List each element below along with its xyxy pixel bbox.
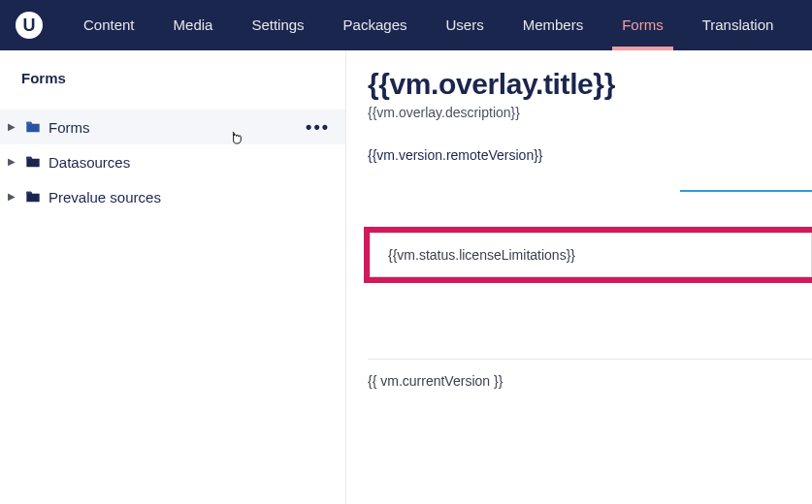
tree: ▶ Forms ••• ▶ Datasources xyxy=(0,110,345,214)
chevron-right-icon[interactable]: ▶ xyxy=(8,122,17,132)
context-menu-icon[interactable]: ••• xyxy=(304,117,332,138)
nav-item-members[interactable]: Members xyxy=(505,0,601,50)
tree-item-label: Prevalue sources xyxy=(49,189,332,205)
section-title: Forms xyxy=(0,50,345,110)
app-logo[interactable]: U xyxy=(16,12,43,39)
license-alert: {{vm.status.licenseLimitations}} xyxy=(364,227,812,283)
nav-item-media[interactable]: Media xyxy=(156,0,231,50)
tree-item-label: Datasources xyxy=(49,154,332,171)
divider xyxy=(368,359,812,360)
nav-item-users[interactable]: Users xyxy=(428,0,501,50)
umbraco-logo-icon: U xyxy=(23,16,36,34)
license-alert-text: {{vm.status.licenseLimitations}} xyxy=(370,233,812,277)
page-title: {{vm.overlay.title}} xyxy=(368,68,812,101)
content-shell: Forms ▶ Forms ••• ▶ xyxy=(0,50,812,504)
sidebar: Forms ▶ Forms ••• ▶ xyxy=(0,50,346,504)
chevron-right-icon[interactable]: ▶ xyxy=(8,192,17,202)
main-panel: {{vm.overlay.title}} {{vm.overlay.descri… xyxy=(346,50,812,504)
chevron-right-icon[interactable]: ▶ xyxy=(8,157,17,167)
page-description: {{vm.overlay.description}} xyxy=(368,105,812,120)
nav-item-packages[interactable]: Packages xyxy=(326,0,425,50)
tree-item-prevalue-sources[interactable]: ▶ Prevalue sources xyxy=(0,179,345,214)
tree-item-label: Forms xyxy=(49,119,296,136)
tree-item-forms[interactable]: ▶ Forms ••• xyxy=(0,110,345,144)
nav-item-content[interactable]: Content xyxy=(66,0,152,50)
nav-item-translation[interactable]: Translation xyxy=(685,0,792,50)
top-nav: U Content Media Settings Packages Users … xyxy=(0,0,812,50)
current-version-text: {{ vm.currentVersion }} xyxy=(368,373,812,389)
tab-strip xyxy=(368,169,812,198)
nav-item-forms[interactable]: Forms xyxy=(604,0,681,50)
tree-item-datasources[interactable]: ▶ Datasources xyxy=(0,144,345,179)
folder-icon xyxy=(25,120,41,134)
folder-icon xyxy=(25,155,41,169)
active-tab-indicator xyxy=(680,190,812,192)
nav-item-settings[interactable]: Settings xyxy=(234,0,321,50)
remote-version-text: {{vm.version.remoteVersion}} xyxy=(368,147,812,163)
folder-icon xyxy=(25,190,41,204)
